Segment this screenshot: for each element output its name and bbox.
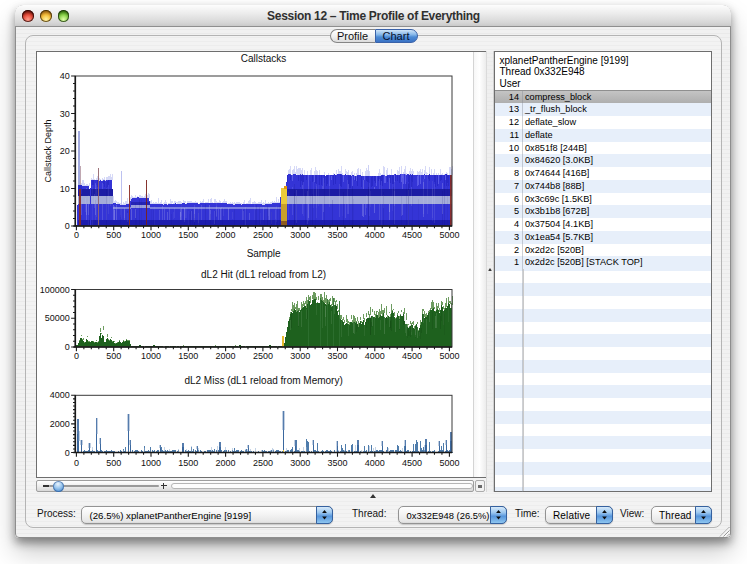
svg-text:2000: 2000 bbox=[215, 230, 235, 240]
svg-text:4000: 4000 bbox=[364, 457, 384, 467]
svg-text:0: 0 bbox=[73, 230, 78, 240]
svg-text:0: 0 bbox=[64, 447, 69, 457]
svg-text:5000: 5000 bbox=[439, 351, 459, 361]
svg-text:3500: 3500 bbox=[327, 457, 347, 467]
svg-text:Callstack Depth: Callstack Depth bbox=[42, 119, 52, 182]
svg-text:5000: 5000 bbox=[439, 457, 459, 467]
svg-text:0: 0 bbox=[73, 351, 78, 361]
svg-text:10: 10 bbox=[59, 183, 69, 193]
svg-text:Callstacks: Callstacks bbox=[240, 52, 286, 63]
svg-text:4000: 4000 bbox=[364, 230, 384, 240]
svg-text:3500: 3500 bbox=[327, 351, 347, 361]
svg-text:500: 500 bbox=[106, 457, 121, 467]
svg-text:1000: 1000 bbox=[140, 230, 160, 240]
svg-text:500: 500 bbox=[106, 351, 121, 361]
svg-text:1000: 1000 bbox=[140, 351, 160, 361]
svg-text:4500: 4500 bbox=[402, 457, 422, 467]
svg-text:1000: 1000 bbox=[140, 457, 160, 467]
svg-text:0: 0 bbox=[64, 221, 69, 231]
svg-text:5000: 5000 bbox=[439, 230, 459, 240]
svg-text:2500: 2500 bbox=[252, 230, 272, 240]
svg-text:3000: 3000 bbox=[290, 351, 310, 361]
svg-text:3500: 3500 bbox=[327, 230, 347, 240]
svg-text:100000: 100000 bbox=[39, 284, 69, 294]
svg-text:4000: 4000 bbox=[364, 351, 384, 361]
svg-text:2500: 2500 bbox=[252, 351, 272, 361]
svg-text:1500: 1500 bbox=[178, 230, 198, 240]
svg-text:dL2 Hit (dL1 reload from L2): dL2 Hit (dL1 reload from L2) bbox=[201, 269, 326, 280]
svg-text:dL2 Miss (dL1 reload from Memo: dL2 Miss (dL1 reload from Memory) bbox=[184, 374, 342, 385]
svg-text:2000: 2000 bbox=[215, 351, 235, 361]
svg-text:3000: 3000 bbox=[290, 230, 310, 240]
svg-text:4000: 4000 bbox=[49, 390, 69, 400]
svg-text:3000: 3000 bbox=[290, 457, 310, 467]
svg-text:0: 0 bbox=[64, 342, 69, 352]
svg-text:2000: 2000 bbox=[49, 419, 69, 429]
svg-text:2000: 2000 bbox=[215, 457, 235, 467]
svg-text:1500: 1500 bbox=[178, 351, 198, 361]
svg-text:2500: 2500 bbox=[252, 457, 272, 467]
svg-text:40: 40 bbox=[59, 71, 69, 81]
svg-text:0: 0 bbox=[73, 457, 78, 467]
svg-text:4500: 4500 bbox=[402, 351, 422, 361]
svg-text:1500: 1500 bbox=[178, 457, 198, 467]
svg-text:50000: 50000 bbox=[44, 313, 69, 323]
svg-text:20: 20 bbox=[59, 146, 69, 156]
svg-text:4500: 4500 bbox=[402, 230, 422, 240]
svg-text:30: 30 bbox=[59, 108, 69, 118]
svg-text:500: 500 bbox=[106, 230, 121, 240]
svg-text:Sample: Sample bbox=[246, 248, 280, 259]
